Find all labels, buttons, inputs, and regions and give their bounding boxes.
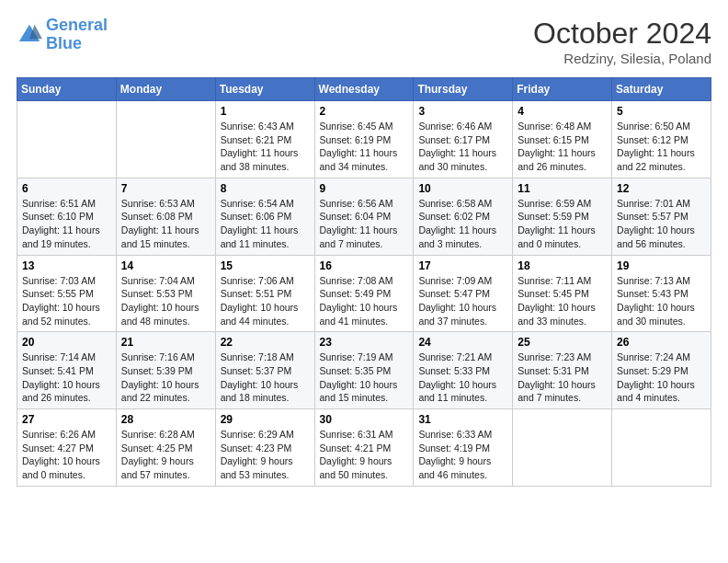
day-info: Sunrise: 7:21 AM Sunset: 5:33 PM Dayligh… — [418, 350, 507, 405]
day-info: Sunrise: 6:43 AM Sunset: 6:21 PM Dayligh… — [221, 120, 310, 174]
day-info: Sunrise: 7:04 AM Sunset: 5:53 PM Dayligh… — [121, 274, 210, 328]
day-number: 21 — [121, 336, 210, 349]
calendar-day-header: Tuesday — [215, 78, 314, 101]
day-info: Sunrise: 7:23 AM Sunset: 5:31 PM Dayligh… — [518, 350, 607, 405]
calendar-cell: 7Sunrise: 6:53 AM Sunset: 6:08 PM Daylig… — [116, 178, 215, 255]
day-info: Sunrise: 6:45 AM Sunset: 6:19 PM Dayligh… — [320, 120, 409, 174]
main-title: October 2024 — [533, 17, 711, 51]
day-info: Sunrise: 6:46 AM Sunset: 6:17 PM Dayligh… — [418, 120, 507, 174]
calendar-week-row: 20Sunrise: 7:14 AM Sunset: 5:41 PM Dayli… — [17, 332, 711, 409]
day-number: 4 — [518, 105, 607, 118]
calendar-header-row: SundayMondayTuesdayWednesdayThursdayFrid… — [17, 78, 711, 101]
calendar-cell: 16Sunrise: 7:08 AM Sunset: 5:49 PM Dayli… — [314, 255, 414, 332]
calendar-cell: 27Sunrise: 6:26 AM Sunset: 4:27 PM Dayli… — [17, 409, 117, 487]
day-info: Sunrise: 6:28 AM Sunset: 4:25 PM Dayligh… — [121, 428, 210, 482]
day-info: Sunrise: 6:53 AM Sunset: 6:08 PM Dayligh… — [121, 197, 210, 251]
calendar-cell: 31Sunrise: 6:33 AM Sunset: 4:19 PM Dayli… — [414, 409, 513, 487]
day-number: 8 — [221, 182, 310, 195]
calendar-cell: 2Sunrise: 6:45 AM Sunset: 6:19 PM Daylig… — [314, 101, 414, 178]
logo-general: General — [46, 16, 108, 34]
day-info: Sunrise: 6:31 AM Sunset: 4:21 PM Dayligh… — [320, 428, 409, 482]
calendar-day-header: Sunday — [17, 78, 117, 101]
day-number: 11 — [518, 182, 607, 195]
day-info: Sunrise: 7:13 AM Sunset: 5:43 PM Dayligh… — [617, 274, 706, 328]
day-number: 7 — [121, 182, 210, 195]
day-number: 14 — [121, 259, 210, 272]
day-info: Sunrise: 7:11 AM Sunset: 5:45 PM Dayligh… — [518, 274, 607, 328]
day-number: 15 — [221, 259, 310, 272]
day-info: Sunrise: 6:59 AM Sunset: 5:59 PM Dayligh… — [518, 197, 607, 251]
calendar-cell: 10Sunrise: 6:58 AM Sunset: 6:02 PM Dayli… — [414, 178, 513, 255]
day-info: Sunrise: 6:54 AM Sunset: 6:06 PM Dayligh… — [221, 197, 310, 251]
calendar-cell: 20Sunrise: 7:14 AM Sunset: 5:41 PM Dayli… — [17, 332, 117, 409]
day-number: 16 — [320, 259, 409, 272]
calendar-cell — [612, 409, 711, 487]
calendar-cell: 9Sunrise: 6:56 AM Sunset: 6:04 PM Daylig… — [314, 178, 414, 255]
day-number: 25 — [518, 336, 607, 349]
day-number: 24 — [418, 336, 507, 349]
calendar-cell — [17, 101, 117, 178]
calendar-cell: 18Sunrise: 7:11 AM Sunset: 5:45 PM Dayli… — [513, 255, 612, 332]
calendar-cell: 23Sunrise: 7:19 AM Sunset: 5:35 PM Dayli… — [314, 332, 414, 409]
day-info: Sunrise: 6:51 AM Sunset: 6:10 PM Dayligh… — [22, 197, 111, 251]
calendar-cell: 17Sunrise: 7:09 AM Sunset: 5:47 PM Dayli… — [414, 255, 513, 332]
day-number: 3 — [418, 105, 507, 118]
calendar-cell: 21Sunrise: 7:16 AM Sunset: 5:39 PM Dayli… — [116, 332, 215, 409]
calendar-week-row: 27Sunrise: 6:26 AM Sunset: 4:27 PM Dayli… — [17, 409, 711, 487]
calendar-day-header: Thursday — [414, 78, 513, 101]
day-info: Sunrise: 6:50 AM Sunset: 6:12 PM Dayligh… — [617, 120, 706, 174]
title-block: October 2024 Redziny, Silesia, Poland — [533, 17, 711, 66]
calendar-week-row: 13Sunrise: 7:03 AM Sunset: 5:55 PM Dayli… — [17, 255, 711, 332]
day-number: 5 — [617, 105, 706, 118]
day-number: 1 — [221, 105, 310, 118]
calendar-cell: 30Sunrise: 6:31 AM Sunset: 4:21 PM Dayli… — [314, 409, 414, 487]
calendar-table: SundayMondayTuesdayWednesdayThursdayFrid… — [17, 77, 711, 487]
day-number: 27 — [22, 413, 111, 426]
calendar-cell: 11Sunrise: 6:59 AM Sunset: 5:59 PM Dayli… — [513, 178, 612, 255]
day-number: 30 — [320, 413, 409, 426]
logo-blue: Blue — [46, 34, 82, 52]
calendar-cell: 29Sunrise: 6:29 AM Sunset: 4:23 PM Dayli… — [215, 409, 314, 487]
calendar-cell: 6Sunrise: 6:51 AM Sunset: 6:10 PM Daylig… — [17, 178, 117, 255]
calendar-cell: 24Sunrise: 7:21 AM Sunset: 5:33 PM Dayli… — [414, 332, 513, 409]
day-info: Sunrise: 7:03 AM Sunset: 5:55 PM Dayligh… — [22, 274, 111, 328]
day-info: Sunrise: 7:06 AM Sunset: 5:51 PM Dayligh… — [221, 274, 310, 328]
day-number: 9 — [320, 182, 409, 195]
page: General Blue October 2024 Redziny, Siles… — [0, 0, 728, 503]
day-info: Sunrise: 7:14 AM Sunset: 5:41 PM Dayligh… — [22, 350, 111, 405]
header: General Blue October 2024 Redziny, Siles… — [17, 17, 711, 66]
calendar-cell: 5Sunrise: 6:50 AM Sunset: 6:12 PM Daylig… — [612, 101, 711, 178]
day-number: 23 — [320, 336, 409, 349]
calendar-week-row: 6Sunrise: 6:51 AM Sunset: 6:10 PM Daylig… — [17, 178, 711, 255]
calendar-cell: 15Sunrise: 7:06 AM Sunset: 5:51 PM Dayli… — [215, 255, 314, 332]
day-number: 17 — [418, 259, 507, 272]
day-info: Sunrise: 6:26 AM Sunset: 4:27 PM Dayligh… — [22, 428, 111, 482]
day-info: Sunrise: 6:29 AM Sunset: 4:23 PM Dayligh… — [221, 428, 310, 482]
calendar-cell: 14Sunrise: 7:04 AM Sunset: 5:53 PM Dayli… — [116, 255, 215, 332]
day-number: 28 — [121, 413, 210, 426]
day-info: Sunrise: 7:18 AM Sunset: 5:37 PM Dayligh… — [221, 350, 310, 405]
calendar-cell: 8Sunrise: 6:54 AM Sunset: 6:06 PM Daylig… — [215, 178, 314, 255]
day-info: Sunrise: 7:24 AM Sunset: 5:29 PM Dayligh… — [617, 350, 706, 405]
day-number: 12 — [617, 182, 706, 195]
day-info: Sunrise: 6:48 AM Sunset: 6:15 PM Dayligh… — [518, 120, 607, 174]
calendar-day-header: Saturday — [612, 78, 711, 101]
calendar-cell: 28Sunrise: 6:28 AM Sunset: 4:25 PM Dayli… — [116, 409, 215, 487]
day-info: Sunrise: 7:19 AM Sunset: 5:35 PM Dayligh… — [320, 350, 409, 405]
calendar-cell: 3Sunrise: 6:46 AM Sunset: 6:17 PM Daylig… — [414, 101, 513, 178]
calendar-day-header: Monday — [116, 78, 215, 101]
calendar-cell: 25Sunrise: 7:23 AM Sunset: 5:31 PM Dayli… — [513, 332, 612, 409]
day-info: Sunrise: 6:56 AM Sunset: 6:04 PM Dayligh… — [320, 197, 409, 251]
calendar-cell: 26Sunrise: 7:24 AM Sunset: 5:29 PM Dayli… — [612, 332, 711, 409]
day-number: 6 — [22, 182, 111, 195]
calendar-cell: 12Sunrise: 7:01 AM Sunset: 5:57 PM Dayli… — [612, 178, 711, 255]
day-number: 22 — [221, 336, 310, 349]
day-info: Sunrise: 7:01 AM Sunset: 5:57 PM Dayligh… — [617, 197, 706, 251]
day-number: 18 — [518, 259, 607, 272]
logo-icon — [17, 22, 42, 48]
day-info: Sunrise: 7:08 AM Sunset: 5:49 PM Dayligh… — [320, 274, 409, 328]
logo: General Blue — [17, 17, 108, 53]
calendar-cell: 22Sunrise: 7:18 AM Sunset: 5:37 PM Dayli… — [215, 332, 314, 409]
day-number: 26 — [617, 336, 706, 349]
day-number: 13 — [22, 259, 111, 272]
